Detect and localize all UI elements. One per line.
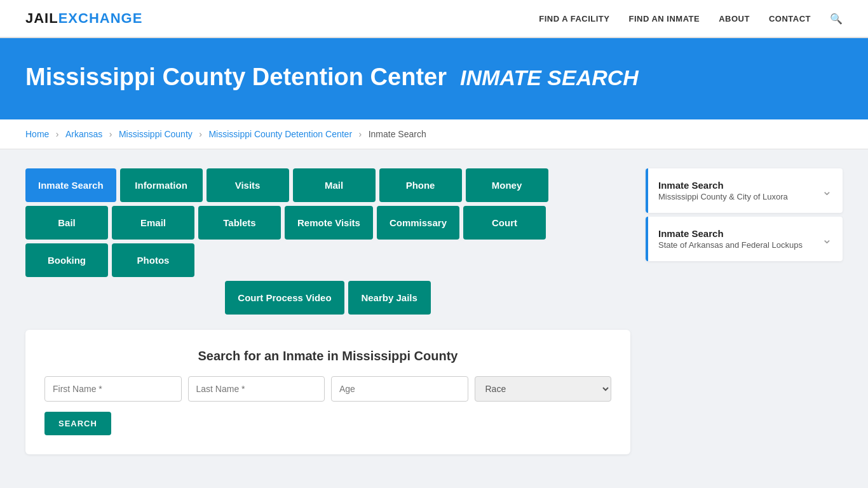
- btn-phone[interactable]: Phone: [379, 168, 462, 202]
- breadcrumb-sep-1: ›: [56, 129, 59, 139]
- breadcrumb-sep-2: ›: [109, 129, 112, 139]
- breadcrumb-arkansas[interactable]: Arkansas: [65, 129, 102, 139]
- search-form: Search for an Inmate in Mississippi Coun…: [25, 330, 630, 454]
- btn-visits[interactable]: Visits: [207, 168, 289, 202]
- chevron-down-icon-2: ⌄: [822, 231, 832, 247]
- navbar: JAILEXCHANGE FIND A FACILITY FIND AN INM…: [0, 0, 868, 38]
- age-input[interactable]: [331, 376, 468, 402]
- hero-facility-name: Mississippi County Detention Center: [25, 64, 447, 90]
- first-name-input[interactable]: [44, 376, 182, 402]
- btn-mail[interactable]: Mail: [293, 168, 376, 202]
- sidebar-card-arkansas-header[interactable]: Inmate Search State of Arkansas and Fede…: [646, 217, 843, 261]
- btn-commissary[interactable]: Commissary: [377, 206, 459, 240]
- search-fields: Race White Black Hispanic Asian Other: [44, 376, 611, 402]
- btn-inmate-search[interactable]: Inmate Search: [25, 168, 116, 202]
- navbar-links: FIND A FACILITY FIND AN INMATE ABOUT CON…: [539, 13, 843, 25]
- brand-exchange: EXCHANGE: [58, 10, 143, 26]
- nav-find-facility[interactable]: FIND A FACILITY: [539, 14, 609, 24]
- btn-remote-visits[interactable]: Remote Visits: [285, 206, 373, 240]
- btn-bail[interactable]: Bail: [25, 206, 108, 240]
- sidebar-card-arkansas-title: Inmate Search: [658, 228, 803, 239]
- search-button[interactable]: SEARCH: [44, 412, 111, 435]
- hero-title: Mississippi County Detention Center INMA…: [25, 64, 843, 91]
- btn-booking[interactable]: Booking: [25, 243, 108, 277]
- brand-jail: JAIL: [25, 10, 58, 26]
- breadcrumb-sep-3: ›: [199, 129, 202, 139]
- hero-section: Mississippi County Detention Center INMA…: [0, 38, 868, 119]
- btn-court[interactable]: Court: [463, 206, 546, 240]
- breadcrumb-facility[interactable]: Mississippi County Detention Center: [208, 129, 352, 139]
- sidebar-card-mississippi-title: Inmate Search: [658, 180, 788, 191]
- btn-photos[interactable]: Photos: [112, 243, 194, 277]
- search-icon[interactable]: 🔍: [830, 13, 843, 25]
- sidebar-card-mississippi-titles: Inmate Search Mississippi County & City …: [658, 180, 788, 201]
- btn-court-process-video[interactable]: Court Process Video: [225, 281, 344, 315]
- sidebar-card-mississippi: Inmate Search Mississippi County & City …: [646, 168, 843, 213]
- nav-find-inmate[interactable]: FIND AN INMATE: [628, 14, 700, 24]
- brand-logo[interactable]: JAILEXCHANGE: [25, 10, 142, 27]
- btn-money[interactable]: Money: [466, 168, 548, 202]
- btn-email[interactable]: Email: [112, 206, 194, 240]
- last-name-input[interactable]: [188, 376, 325, 402]
- sidebar-card-arkansas-titles: Inmate Search State of Arkansas and Fede…: [658, 228, 803, 250]
- sidebar-card-arkansas-subtitle: State of Arkansas and Federal Lockups: [658, 240, 803, 250]
- sidebar-card-arkansas: Inmate Search State of Arkansas and Fede…: [646, 217, 843, 261]
- search-form-title: Search for an Inmate in Mississippi Coun…: [44, 349, 611, 363]
- sidebar-card-mississippi-subtitle: Mississippi County & City of Luxora: [658, 192, 788, 201]
- breadcrumb-home[interactable]: Home: [25, 129, 49, 139]
- left-panel: Inmate Search Information Visits Mail Ph…: [25, 168, 630, 454]
- race-select[interactable]: Race White Black Hispanic Asian Other: [475, 376, 612, 402]
- nav-contact[interactable]: CONTACT: [769, 14, 811, 24]
- breadcrumb-sep-4: ›: [359, 129, 362, 139]
- breadcrumb: Home › Arkansas › Mississippi County › M…: [0, 119, 868, 149]
- btn-nearby-jails[interactable]: Nearby Jails: [348, 281, 431, 315]
- nav-buttons: Inmate Search Information Visits Mail Ph…: [25, 168, 630, 315]
- sidebar-card-mississippi-header[interactable]: Inmate Search Mississippi County & City …: [646, 168, 843, 213]
- breadcrumb-current: Inmate Search: [369, 129, 426, 139]
- hero-subtitle: INMATE SEARCH: [460, 65, 639, 90]
- main-content: Inmate Search Information Visits Mail Ph…: [0, 149, 868, 473]
- btn-information[interactable]: Information: [120, 168, 203, 202]
- nav-about[interactable]: ABOUT: [719, 14, 750, 24]
- right-sidebar: Inmate Search Mississippi County & City …: [646, 168, 843, 265]
- chevron-down-icon: ⌄: [822, 183, 832, 198]
- breadcrumb-county[interactable]: Mississippi County: [119, 129, 193, 139]
- btn-tablets[interactable]: Tablets: [198, 206, 281, 240]
